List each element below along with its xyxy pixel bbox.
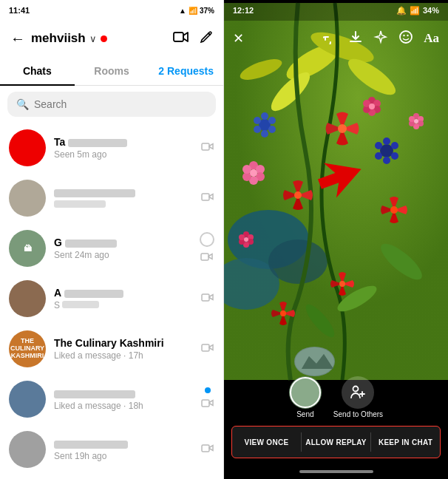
time-right: 12:12 — [233, 6, 254, 15]
video-call-icon[interactable] — [173, 31, 189, 47]
chat-right — [201, 191, 214, 205]
svg-point-42 — [250, 169, 257, 177]
download-icon[interactable] — [348, 30, 363, 48]
chat-item[interactable]: Sent 19h ago — [0, 424, 223, 475]
status-icons-right: 🔔 📶 34% — [396, 6, 439, 16]
chat-name: A — [54, 287, 193, 299]
sparkle-icon[interactable] — [373, 30, 388, 48]
right-panel: 12:12 🔔 📶 34% — [224, 0, 448, 479]
camera-icon[interactable] — [201, 342, 214, 356]
camera-icon[interactable] — [201, 191, 214, 205]
svg-rect-3 — [201, 254, 208, 260]
back-button[interactable]: ← — [10, 30, 25, 47]
chat-item[interactable]: THECULINARYKASHMIRI The Culinary Kashmir… — [0, 324, 223, 374]
left-panel: 11:41 ▲ 📶 37% ← mehviish ∨ — [0, 0, 224, 479]
chat-info: The Culinary Kashmiri Liked a message · … — [54, 337, 193, 361]
aa-text-button[interactable]: Aa — [424, 31, 439, 46]
camera-icon[interactable] — [200, 251, 214, 265]
chat-sub — [54, 200, 193, 210]
chat-sub: Seen 5m ago — [54, 149, 193, 160]
svg-point-32 — [375, 142, 382, 149]
svg-rect-6 — [202, 400, 209, 407]
camera-icon[interactable] — [201, 141, 214, 154]
chat-item[interactable]: A S — [0, 274, 223, 324]
svg-rect-0 — [174, 33, 183, 41]
svg-point-20 — [261, 112, 268, 120]
svg-point-25 — [254, 117, 261, 124]
chat-right — [201, 443, 214, 456]
compose-icon[interactable] — [200, 30, 213, 47]
keep-in-chat-option[interactable]: KEEP IN CHAT — [371, 427, 440, 458]
svg-rect-4 — [202, 294, 209, 301]
avatar: 🏔 — [9, 230, 46, 267]
svg-rect-5 — [202, 344, 209, 351]
share-row: Send Send to Others — [224, 370, 448, 424]
tabs-row: Chats Rooms 2 Requests — [0, 56, 223, 86]
share-item-send[interactable]: Send — [289, 376, 322, 418]
camera-icon[interactable] — [201, 443, 214, 456]
tab-chats[interactable]: Chats — [0, 57, 75, 86]
chat-info: A S — [54, 287, 193, 310]
chat-sub: Liked a message · 18h — [54, 401, 193, 411]
chat-item[interactable] — [0, 173, 223, 223]
chat-sub: Sent 19h ago — [54, 451, 193, 461]
avatar — [9, 381, 46, 418]
svg-point-53 — [339, 281, 345, 287]
chat-name: Ta — [54, 136, 193, 148]
close-icon[interactable]: ✕ — [233, 30, 244, 47]
share-item-others[interactable]: Send to Others — [333, 376, 383, 418]
chat-item[interactable]: Ta Seen 5m ago — [0, 123, 223, 173]
view-once-option[interactable]: VIEW ONCE — [232, 427, 301, 458]
home-bar — [299, 470, 373, 473]
chat-info — [54, 186, 193, 210]
chat-item[interactable]: 🏔 G Sent 24m ago — [0, 223, 223, 274]
allow-replay-option[interactable]: ALLOW REPLAY — [302, 427, 370, 458]
search-bar[interactable]: 🔍 — [7, 92, 216, 117]
chat-name — [54, 186, 193, 198]
online-dot — [101, 35, 107, 42]
camera-icon[interactable] — [201, 292, 214, 305]
status-bar-left: 11:41 ▲ 📶 37% — [0, 0, 223, 21]
chat-info: Sent 19h ago — [54, 438, 193, 461]
chat-right — [201, 292, 214, 305]
story-overlay-bar: ✕ — [224, 21, 448, 56]
svg-point-33 — [338, 124, 347, 133]
svg-rect-7 — [202, 445, 209, 452]
svg-point-22 — [268, 126, 276, 133]
status-icons-left: ▲ 📶 37% — [179, 7, 214, 15]
send-avatar — [289, 376, 322, 409]
search-input[interactable] — [34, 98, 207, 110]
svg-point-29 — [391, 152, 398, 160]
emoji-icon[interactable] — [398, 30, 413, 48]
chat-item[interactable] — [0, 475, 223, 479]
chat-right — [201, 387, 214, 411]
chat-info: Liked a message · 18h — [54, 387, 193, 411]
story-icons-right: Aa — [323, 30, 439, 48]
svg-point-61 — [414, 119, 418, 123]
username-text: mehviish — [31, 31, 86, 46]
chevron-icon[interactable]: ∨ — [89, 33, 97, 44]
chat-name — [54, 438, 193, 449]
svg-point-49 — [369, 103, 375, 109]
svg-point-35 — [390, 206, 398, 214]
search-icon: 🔍 — [16, 98, 29, 110]
svg-point-24 — [254, 126, 261, 133]
chat-item[interactable]: Liked a message · 18h — [0, 374, 223, 424]
loop-icon[interactable] — [323, 30, 338, 48]
chat-right — [200, 232, 214, 265]
camera-icon[interactable] — [201, 398, 214, 411]
tab-rooms[interactable]: Rooms — [75, 57, 149, 86]
circle-outline — [200, 232, 214, 247]
svg-point-73 — [407, 34, 409, 35]
svg-point-54 — [280, 310, 286, 316]
tab-requests[interactable]: 2 Requests — [149, 57, 223, 86]
time-left: 11:41 — [9, 6, 30, 15]
svg-point-21 — [268, 117, 276, 124]
svg-point-28 — [391, 142, 398, 149]
unread-dot — [205, 387, 211, 393]
chat-sub: Liked a message · 17h — [54, 350, 193, 361]
svg-point-30 — [383, 157, 390, 164]
avatar — [9, 180, 46, 217]
chat-name: The Culinary Kashmiri — [54, 337, 193, 349]
svg-point-27 — [383, 137, 390, 145]
